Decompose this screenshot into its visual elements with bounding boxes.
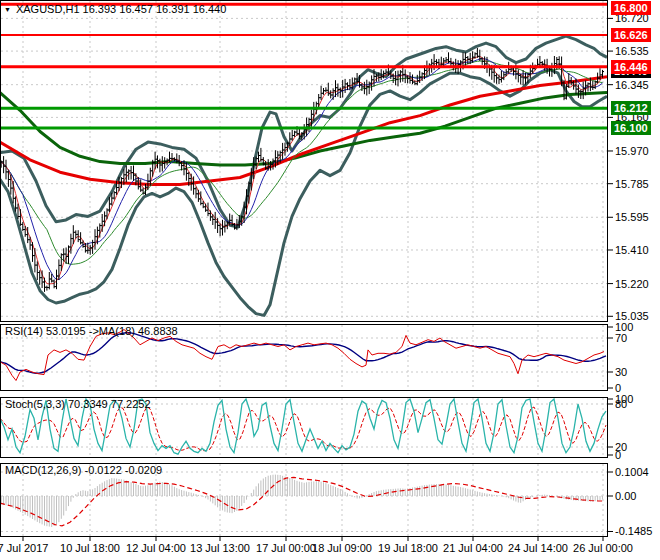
rsi-axis-label: 30 [615, 366, 627, 378]
chevron-down-icon[interactable]: ▼ [4, 4, 11, 15]
price-axis-label: 15.595 [615, 211, 649, 223]
macd-axis-label: 0.00 [615, 490, 636, 502]
time-axis-label: 26 Jul 00:00 [561, 542, 645, 554]
chart-canvas[interactable] [0, 0, 660, 560]
support-price-label[interactable]: 16.100 [611, 121, 651, 135]
price-axis-label: 15.970 [615, 145, 649, 157]
resistance-price-label[interactable]: 16.800 [611, 1, 651, 15]
symbol-title-bar[interactable]: ▼ XAGUSD,H1 16.393 16.457 16.391 16.440 [4, 3, 226, 15]
symbol-ohlc-label: XAGUSD,H1 16.393 16.457 16.391 16.440 [16, 3, 226, 15]
macd-axis-label: 0.1004 [615, 466, 649, 478]
support-price-label[interactable]: 16.212 [611, 101, 651, 115]
price-axis-label: 15.220 [615, 278, 649, 290]
stoch-indicator-label: Stoch(5,3,3) 70.3349 77.2252 [5, 398, 151, 410]
price-axis-label: 16.535 [615, 45, 649, 57]
price-axis-label: 15.410 [615, 244, 649, 256]
rsi-indicator-label: RSI(14) 53.0195 ->MA(18) 46.8838 [5, 325, 178, 337]
macd-axis-label: -0.1485 [615, 525, 652, 537]
stoch-axis-label: 0 [615, 449, 621, 461]
stoch-axis-label: 80 [615, 398, 627, 410]
price-axis-label: 15.785 [615, 178, 649, 190]
chart-window: ▼ XAGUSD,H1 16.393 16.457 16.391 16.440 … [0, 0, 660, 560]
resistance-price-label[interactable]: 16.626 [611, 28, 651, 42]
rsi-axis-label: 70 [615, 332, 627, 344]
resistance-price-label[interactable]: 16.446 [611, 60, 651, 74]
price-axis-label: 16.345 [615, 79, 649, 91]
macd-indicator-label: MACD(12,26,9) -0.0122 -0.0209 [5, 464, 162, 476]
